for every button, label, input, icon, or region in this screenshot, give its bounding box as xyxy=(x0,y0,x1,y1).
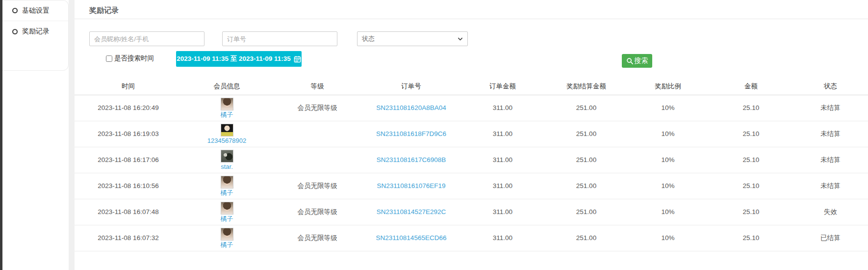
status-cell: 已结算 xyxy=(793,225,868,251)
order-number-link[interactable]: SN231108161076EF19 xyxy=(377,182,445,189)
time-cell: 2023-11-08 16:10:56 xyxy=(75,173,182,199)
doll-avatar xyxy=(221,124,233,136)
member-search-input[interactable] xyxy=(89,31,204,46)
juzi-avatar xyxy=(221,98,233,110)
status-cell: 未结算 xyxy=(793,95,868,121)
sidebar-item-label: 基础设置 xyxy=(22,6,50,15)
amount-cell: 25.10 xyxy=(709,173,793,199)
radio-circle-icon xyxy=(12,8,18,13)
member-name-link[interactable]: 橘子 xyxy=(221,111,233,118)
amount-cell: 25.10 xyxy=(709,199,793,225)
title-divider xyxy=(75,19,868,19)
table-row: 2023-11-08 16:07:48橘子会员无限等级SN23110814527… xyxy=(75,199,868,225)
column-header: 等级 xyxy=(272,79,363,95)
member-cell: 橘子 xyxy=(182,225,272,251)
level-cell: 会员无限等级 xyxy=(272,199,363,225)
order-amount-cell: 311.00 xyxy=(460,199,546,225)
time-cell: 2023-11-08 16:19:03 xyxy=(75,121,182,147)
table-header-row: 时间会员信息等级订单号订单金额奖励结算金额奖励比例金额状态 xyxy=(75,79,868,95)
order-amount-cell: 311.00 xyxy=(460,121,546,147)
member-info: 橘子 xyxy=(221,228,233,248)
status-cell: 未结算 xyxy=(793,173,868,199)
member-cell: 橘子 xyxy=(182,95,272,121)
reward-records-table: 时间会员信息等级订单号订单金额奖励结算金额奖励比例金额状态 2023-11-08… xyxy=(75,79,868,251)
order-amount-cell: 311.00 xyxy=(460,225,546,251)
status-cell: 未结算 xyxy=(793,147,868,173)
juzi-avatar xyxy=(221,202,233,215)
ratio-cell: 10% xyxy=(627,173,709,199)
time-cell: 2023-11-08 16:07:48 xyxy=(75,199,182,225)
member-name-link[interactable]: 橘子 xyxy=(221,241,233,248)
column-header: 订单金额 xyxy=(460,79,546,95)
column-header: 时间 xyxy=(75,79,182,95)
status-select[interactable]: 状态 xyxy=(357,31,468,46)
search-button[interactable]: 搜索 xyxy=(622,54,652,68)
chevron-down-icon xyxy=(458,36,463,42)
page-title: 奖励记录 xyxy=(89,6,119,15)
order-amount-cell: 311.00 xyxy=(460,173,546,199)
member-cell: 12345678902 xyxy=(182,121,272,147)
search-time-checkbox-row[interactable]: 是否搜索时间 xyxy=(106,54,154,63)
table-row: 2023-11-08 16:07:32橘子会员无限等级SN23110814565… xyxy=(75,225,868,251)
status-cell: 未结算 xyxy=(793,121,868,147)
date-range-text: 2023-11-09 11:35 至 2023-11-09 11:35 xyxy=(177,54,291,63)
member-cell: 橘子 xyxy=(182,199,272,225)
level-cell xyxy=(272,121,363,147)
level-cell: 会员无限等级 xyxy=(272,225,363,251)
search-icon xyxy=(626,57,634,65)
column-header: 会员信息 xyxy=(182,79,272,95)
sidebar: 基础设置 奖励记录 xyxy=(2,0,69,270)
main-panel: 奖励记录 状态 是否搜索时间 2023-11-09 11:35 至 2023-1… xyxy=(75,0,868,270)
level-cell: 会员无限等级 xyxy=(272,95,363,121)
member-info: 橘子 xyxy=(221,176,233,196)
sidebar-item-basic-settings[interactable]: 基础设置 xyxy=(2,0,68,21)
settle-amount-cell: 251.00 xyxy=(546,95,627,121)
settle-amount-cell: 251.00 xyxy=(546,121,627,147)
order-cell: SN2311081617C6908B xyxy=(363,147,460,173)
member-name-link[interactable]: 橘子 xyxy=(221,189,233,196)
date-range-button[interactable]: 2023-11-09 11:35 至 2023-11-09 11:35 xyxy=(176,51,302,67)
amount-cell: 25.10 xyxy=(709,95,793,121)
sidebar-item-label: 奖励记录 xyxy=(22,27,50,36)
juzi-avatar xyxy=(221,228,233,241)
ratio-cell: 10% xyxy=(627,95,709,121)
member-name-link[interactable]: star. xyxy=(221,163,233,170)
order-number-link[interactable]: SN2311081620A8BA04 xyxy=(376,104,446,111)
sidebar-item-reward-records[interactable]: 奖励记录 xyxy=(2,21,68,42)
settle-amount-cell: 251.00 xyxy=(546,173,627,199)
order-number-input[interactable] xyxy=(222,31,337,46)
level-cell xyxy=(272,147,363,173)
order-cell: SN23110814565ECD66 xyxy=(363,225,460,251)
ratio-cell: 10% xyxy=(627,121,709,147)
settle-amount-cell: 251.00 xyxy=(546,147,627,173)
status-select-value: 状态 xyxy=(362,34,375,43)
star-avatar xyxy=(221,150,233,162)
order-number-link[interactable]: SN23110814565ECD66 xyxy=(376,234,447,242)
column-header: 状态 xyxy=(793,79,868,95)
juzi-avatar xyxy=(221,176,233,189)
order-number-link[interactable]: SN2311081618F7D9C6 xyxy=(376,130,446,137)
member-info: star. xyxy=(221,150,233,170)
settle-amount-cell: 251.00 xyxy=(546,225,627,251)
level-cell: 会员无限等级 xyxy=(272,173,363,199)
member-name-link[interactable]: 12345678902 xyxy=(207,137,247,144)
search-button-label: 搜索 xyxy=(635,56,648,65)
column-header: 奖励比例 xyxy=(627,79,709,95)
member-info: 橘子 xyxy=(221,98,233,118)
member-name-link[interactable]: 橘子 xyxy=(221,215,233,222)
ratio-cell: 10% xyxy=(627,147,709,173)
time-cell: 2023-11-08 16:17:06 xyxy=(75,147,182,173)
ratio-cell: 10% xyxy=(627,199,709,225)
order-number-link[interactable]: SN23110814527E292C xyxy=(377,208,446,216)
column-header: 奖励结算金额 xyxy=(546,79,627,95)
order-cell: SN2311081620A8BA04 xyxy=(363,95,460,121)
member-info: 橘子 xyxy=(221,202,233,222)
column-header: 金额 xyxy=(709,79,793,95)
table-row: 2023-11-08 16:20:49橘子会员无限等级SN2311081620A… xyxy=(75,95,868,121)
radio-circle-icon xyxy=(12,29,18,34)
order-number-link[interactable]: SN2311081617C6908B xyxy=(377,156,446,163)
status-cell: 失效 xyxy=(793,199,868,225)
search-time-checkbox[interactable] xyxy=(106,55,112,62)
order-amount-cell: 311.00 xyxy=(460,147,546,173)
time-cell: 2023-11-08 16:20:49 xyxy=(75,95,182,121)
